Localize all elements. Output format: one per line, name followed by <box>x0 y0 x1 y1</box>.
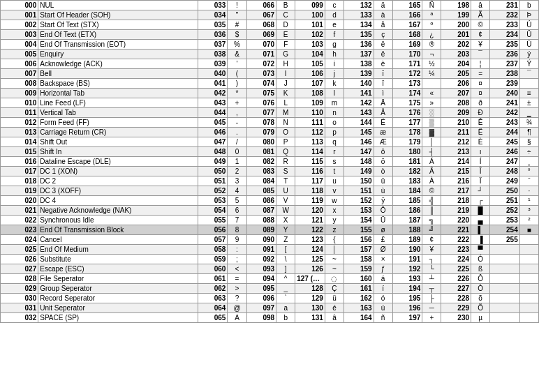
char-value: - <box>228 118 246 128</box>
char-value: õ <box>471 294 490 303</box>
hex-value: 162 <box>344 294 374 303</box>
table-row: 018DC 20513084T117u150û183À216Ï249¨ <box>1 176 539 186</box>
char-name: File Seperator <box>38 274 198 284</box>
char-value: ° <box>519 167 538 176</box>
char-value: < <box>228 264 246 274</box>
char-value: ▌ <box>471 225 490 235</box>
char-value: ▒ <box>422 118 441 128</box>
hex-value: 192 <box>392 264 422 274</box>
table-row: 013Carriage Return (CR)046.079O112p145æ1… <box>1 128 539 137</box>
hex-value: 143 <box>344 108 374 118</box>
dec-number: 020 <box>1 196 38 206</box>
hex-value: 101 <box>295 20 325 30</box>
char-value: T <box>276 176 295 186</box>
hex-value: 109 <box>295 98 325 108</box>
hex-value: 040 <box>198 69 228 79</box>
char-value: Z <box>276 235 295 245</box>
hex-value: 212 <box>441 137 471 147</box>
dec-number: 030 <box>1 294 38 303</box>
char-value: ƒ <box>374 264 392 274</box>
char-value: ▓ <box>422 128 441 137</box>
dec-number: 013 <box>1 128 38 137</box>
char-value: ¯ <box>519 69 538 79</box>
dec-number: 024 <box>1 235 38 245</box>
char-value: ø <box>374 225 392 235</box>
char-name: SPACE (SP) <box>38 313 198 323</box>
char-value: ¿ <box>422 30 441 40</box>
hex-value: 210 <box>441 118 471 128</box>
char-value: Ü <box>374 216 392 225</box>
char-value: ë <box>374 50 392 59</box>
char-value: ( <box>228 69 246 79</box>
char-value: ‗ <box>519 108 538 118</box>
char-value: 1 <box>228 157 246 167</box>
hex-value: 082 <box>246 157 276 167</box>
char-value: 3 <box>228 176 246 186</box>
hex-value: 218 <box>441 196 471 206</box>
char-value: ■ <box>519 225 538 235</box>
char-value: Â <box>422 167 441 176</box>
hex-value: 228 <box>441 294 471 303</box>
hex-value: 100 <box>295 10 325 20</box>
char-value: ¨ <box>519 176 538 186</box>
char-name: Escape (ESC) <box>38 264 198 274</box>
char-value: Ï <box>471 176 490 186</box>
hex-value: 219 <box>441 206 471 216</box>
hex-value: 231 <box>490 1 520 10</box>
empty-cell <box>490 284 520 294</box>
hex-value: 241 <box>490 98 520 108</box>
char-value: 2 <box>228 167 246 176</box>
hex-value: 137 <box>344 50 374 59</box>
hex-value: 080 <box>246 137 276 147</box>
table-row: 011Vertical Tab044,077M110n143Å176░209Ð2… <box>1 108 539 118</box>
char-value: _ <box>276 284 295 294</box>
table-row: 022Synchronous Idle0557088X121y154Ü187╗2… <box>1 216 539 225</box>
char-value: x <box>325 206 344 216</box>
char-value: Í <box>471 157 490 167</box>
char-value: á <box>374 274 392 284</box>
table-row: 030Record Seperator063?096`129ü162ó195├2… <box>1 294 539 303</box>
char-value: ì <box>374 89 392 98</box>
dec-number: 021 <box>1 206 38 216</box>
char-value: A <box>228 313 246 323</box>
hex-value: 076 <box>246 98 276 108</box>
char-value: Ù <box>519 40 538 50</box>
hex-value: 151 <box>344 186 374 196</box>
char-value: U <box>276 186 295 196</box>
table-row: 020DC 40535086V119w152ÿ185╣218┌251¹ <box>1 196 539 206</box>
hex-value: 038 <box>198 50 228 59</box>
hex-value: 242 <box>490 108 520 118</box>
char-value: ¤ <box>471 79 490 89</box>
char-value: Þ <box>519 10 538 20</box>
char-value: ¯ <box>471 50 490 59</box>
hex-value: 244 <box>490 128 520 137</box>
hex-value: 117 <box>295 176 325 186</box>
char-value: 4 <box>228 186 246 196</box>
char-value: ÿ <box>374 196 392 206</box>
hex-value: 216 <box>441 176 471 186</box>
char-name: Bell <box>38 69 198 79</box>
hex-value: 243 <box>490 118 520 128</box>
hex-value: 139 <box>344 69 374 79</box>
hex-value: 183 <box>392 176 422 186</box>
char-value: G <box>276 50 295 59</box>
char-value: é <box>325 303 344 313</box>
char-name: Form Feed (FF) <box>38 118 198 128</box>
hex-value: 052 <box>198 186 228 196</box>
dec-number: 006 <box>1 59 38 69</box>
hex-value: 067 <box>246 10 276 20</box>
char-value: ¶ <box>519 128 538 137</box>
char-value: ┤ <box>422 147 441 157</box>
hex-value: 197 <box>392 313 422 323</box>
char-value: ý <box>519 50 538 59</box>
table-row: 023End Of Transmission Block0568089Y122z… <box>1 225 539 235</box>
hex-value: 248 <box>490 167 520 176</box>
hex-value: 102 <box>295 30 325 40</box>
hex-value: 044 <box>198 108 228 118</box>
char-value: . <box>228 128 246 137</box>
empty-cell <box>519 255 538 264</box>
char-value: ╣ <box>422 196 441 206</box>
char-name: Acknowledge (ACK) <box>38 59 198 69</box>
char-value: $ <box>228 30 246 40</box>
empty-cell <box>519 274 538 284</box>
